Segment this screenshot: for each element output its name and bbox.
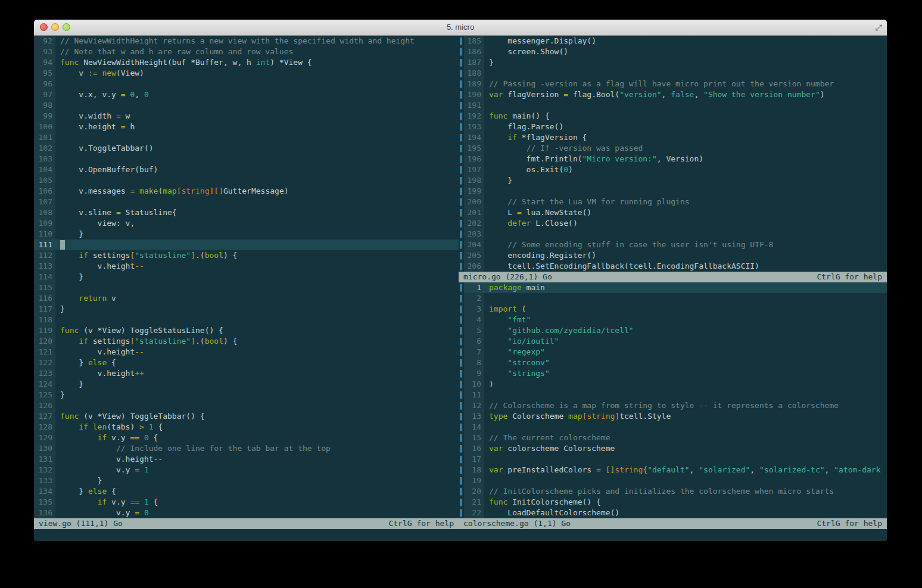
- code-line[interactable]: 200 // Start the Lua VM for running plug…: [464, 197, 887, 207]
- line-number: 10: [464, 379, 484, 390]
- code-line[interactable]: 135 if v.y == 1 {: [34, 497, 459, 508]
- code-line[interactable]: 98: [34, 100, 459, 111]
- code-line[interactable]: 131 v.height--: [34, 454, 459, 465]
- command-line[interactable]: [34, 529, 887, 540]
- code-line[interactable]: 114 }: [34, 272, 459, 282]
- code-line[interactable]: 109 view: v,: [34, 218, 459, 229]
- code-line[interactable]: 121 v.height--: [34, 347, 459, 357]
- code-line[interactable]: 124 }: [34, 379, 459, 390]
- code-line[interactable]: 5 "github.com/zyedidia/tcell": [464, 325, 887, 336]
- code-line[interactable]: 115: [34, 282, 459, 293]
- code-line[interactable]: 204 // Some encoding stuff in case the u…: [464, 239, 887, 250]
- code-line[interactable]: 4 "fmt": [464, 315, 887, 325]
- code-line[interactable]: 127func (v *View) ToggleTabbar() {: [34, 411, 459, 422]
- code-line[interactable]: 108 v.sline = Statusline{: [34, 207, 459, 218]
- code-line[interactable]: 118: [34, 315, 459, 325]
- code-line[interactable]: 120 if settings["statusline"].(bool) {: [34, 336, 459, 347]
- code-line[interactable]: 11: [464, 390, 887, 400]
- code-line[interactable]: 136 v.y = 0: [34, 508, 459, 518]
- code-line[interactable]: 101: [34, 132, 459, 143]
- code-line[interactable]: 194 if *flagVersion {: [464, 132, 887, 143]
- code-line[interactable]: 19: [464, 475, 887, 486]
- code-line[interactable]: 7 "regexp": [464, 347, 887, 357]
- code-line[interactable]: 123 v.height++: [34, 368, 459, 379]
- code-line[interactable]: 187}: [464, 57, 887, 68]
- code-line[interactable]: 95 v := new(View): [34, 68, 459, 79]
- code-line[interactable]: 16var colorscheme Colorscheme: [464, 443, 887, 454]
- code-line[interactable]: 189// Passing -version as a flag will ha…: [464, 79, 887, 89]
- code-line[interactable]: 133 }: [34, 475, 459, 486]
- code-line[interactable]: 126: [34, 400, 459, 411]
- line-number: 22: [464, 508, 484, 518]
- code-line[interactable]: 193 flag.Parse(): [464, 122, 887, 132]
- code-line[interactable]: 198 }: [464, 175, 887, 186]
- code-line[interactable]: 122 } else {: [34, 357, 459, 368]
- code-line[interactable]: 103: [34, 154, 459, 164]
- code-line[interactable]: 132 v.y = 1: [34, 465, 459, 475]
- code-line[interactable]: 110 }: [34, 229, 459, 239]
- code-line[interactable]: 1package main: [464, 282, 887, 293]
- code-line[interactable]: 206 tcell.SetEncodingFallback(tcell.Enco…: [464, 261, 887, 272]
- code-line[interactable]: 106 v.messages = make(map[string][]Gutte…: [34, 186, 459, 197]
- code-line[interactable]: 97 v.x, v.y = 0, 0: [34, 89, 459, 100]
- code-line[interactable]: 195 // If -version was passed: [464, 143, 887, 154]
- code-line[interactable]: 190var flagVersion = flag.Bool("version"…: [464, 89, 887, 100]
- code-line[interactable]: 94func NewViewWidthHeight(buf *Buffer, w…: [34, 57, 459, 68]
- code-line[interactable]: 9 "strings": [464, 368, 887, 379]
- code-line[interactable]: 22 LoadDefaultColorscheme(): [464, 508, 887, 518]
- code-line[interactable]: 104 v.OpenBuffer(buf): [34, 164, 459, 175]
- code-line[interactable]: 107: [34, 197, 459, 207]
- code-line[interactable]: 105: [34, 175, 459, 186]
- code-line[interactable]: 113 v.height--: [34, 261, 459, 272]
- code-line[interactable]: 112 if settings["statusline"].(bool) {: [34, 250, 459, 261]
- code-line[interactable]: 125}: [34, 390, 459, 400]
- code-line[interactable]: 102 v.ToggleTabbar(): [34, 143, 459, 154]
- code-line[interactable]: 92// NewViewWidthHeight returns a new vi…: [34, 36, 459, 46]
- code-line[interactable]: 93// Note that w and h are raw column an…: [34, 46, 459, 57]
- code-line[interactable]: 130 // Include one line for the tab bar …: [34, 443, 459, 454]
- code-line[interactable]: 13type Colorscheme map[string]tcell.Styl…: [464, 411, 887, 422]
- code-line[interactable]: 6 "io/ioutil": [464, 336, 887, 347]
- code-line[interactable]: 3import (: [464, 304, 887, 315]
- editor-micro-go[interactable]: 185 messenger.Display()186 screen.Show()…: [464, 36, 887, 272]
- statusbar-help-hint: CtrlG for help: [817, 272, 882, 282]
- code-line[interactable]: 199: [464, 186, 887, 197]
- code-line[interactable]: 128 if len(tabs) > 1 {: [34, 422, 459, 433]
- code-line[interactable]: 14: [464, 422, 887, 433]
- editor-view-go[interactable]: 92// NewViewWidthHeight returns a new vi…: [34, 36, 459, 518]
- editor-colorscheme-go[interactable]: 1package main23import (4 "fmt"5 "github.…: [464, 282, 887, 518]
- code-line[interactable]: 99 v.width = w: [34, 111, 459, 122]
- code-line[interactable]: 119func (v *View) ToggleStatusLine() {: [34, 325, 459, 336]
- code-line[interactable]: 111: [34, 239, 459, 250]
- code-line[interactable]: 196 fmt.Println("Micro version:", Versio…: [464, 154, 887, 164]
- code-line[interactable]: 20// InitColorscheme picks and initializ…: [464, 486, 887, 497]
- code-line[interactable]: 197 os.Exit(0): [464, 164, 887, 175]
- code-line[interactable]: 8 "strconv": [464, 357, 887, 368]
- code-line[interactable]: 192func main() {: [464, 111, 887, 122]
- code-line[interactable]: 188: [464, 68, 887, 79]
- line-number: 206: [464, 261, 484, 272]
- code-line[interactable]: 116 return v: [34, 293, 459, 304]
- code-line[interactable]: 201 L = lua.NewState(): [464, 207, 887, 218]
- code-line[interactable]: 186 screen.Show(): [464, 46, 887, 57]
- code-line[interactable]: 129 if v.y == 0 {: [34, 433, 459, 443]
- code-line[interactable]: 203: [464, 229, 887, 239]
- code-line[interactable]: 17: [464, 454, 887, 465]
- code-line[interactable]: 10): [464, 379, 887, 390]
- code-line[interactable]: 134 } else {: [34, 486, 459, 497]
- code-line[interactable]: 21func InitColorscheme() {: [464, 497, 887, 508]
- code-line[interactable]: 18var preInstalledColors = []string{"def…: [464, 465, 887, 475]
- code-line[interactable]: 202 defer L.Close(): [464, 218, 887, 229]
- line-number: 193: [464, 122, 484, 132]
- code-line[interactable]: 96: [34, 79, 459, 89]
- code-line[interactable]: 100 v.height = h: [34, 122, 459, 132]
- code-line[interactable]: 191: [464, 100, 887, 111]
- code-line[interactable]: 12// Colorscheme is a map from string to…: [464, 400, 887, 411]
- code-line[interactable]: 2: [464, 293, 887, 304]
- title-bar[interactable]: 5. micro ⤢: [34, 20, 887, 36]
- fullscreen-icon[interactable]: ⤢: [874, 23, 883, 32]
- code-line[interactable]: 185 messenger.Display(): [464, 36, 887, 46]
- code-line[interactable]: 117}: [34, 304, 459, 315]
- code-line[interactable]: 205 encoding.Register(): [464, 250, 887, 261]
- code-line[interactable]: 15// The current colorscheme: [464, 433, 887, 443]
